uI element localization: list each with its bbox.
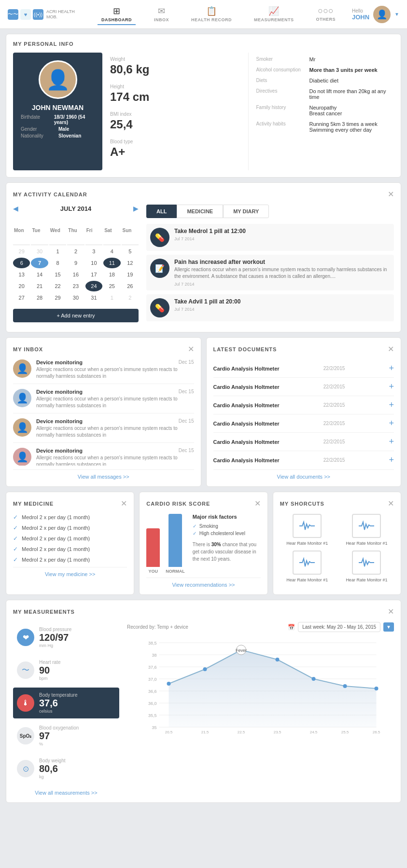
bar-normal-fill bbox=[168, 514, 182, 567]
nav-inbox[interactable]: ✉ INBOX bbox=[150, 4, 173, 25]
personal-info-header: MY PERSONAL INFO bbox=[13, 41, 394, 47]
cal-day[interactable]: 13 bbox=[13, 269, 30, 280]
cal-day[interactable]: 1 bbox=[103, 292, 120, 303]
svg-point-21 bbox=[276, 658, 280, 661]
cal-day[interactable]: 6 bbox=[13, 258, 30, 268]
shortcut-3[interactable]: Hear Rate Monitor #1 bbox=[280, 551, 335, 582]
cal-day[interactable]: 12 bbox=[122, 258, 139, 268]
cal-day[interactable]: 4 bbox=[103, 246, 120, 257]
activity-calendar-close[interactable]: ✕ bbox=[388, 190, 394, 199]
inbox-item-3[interactable]: 👤 Device monitoring Dec 15 Allergic reac… bbox=[13, 418, 194, 443]
cardio-risk-title: CARDIO RISK SCORE bbox=[146, 501, 210, 507]
view-messages-link[interactable]: View all messages >> bbox=[13, 469, 194, 480]
doc-add-3[interactable]: + bbox=[389, 400, 394, 410]
bp-info: Blood pressure 120/97 mm Hg bbox=[39, 627, 115, 648]
calendar-week-5: 27 28 29 30 31 1 2 bbox=[13, 292, 139, 303]
measurements-close[interactable]: ✕ bbox=[388, 607, 394, 616]
calendar-week-2: 6 7 8 9 10 11 12 bbox=[13, 258, 139, 268]
measurement-blood-oxygen[interactable]: SpO₂ Blood oxygenation 97 % bbox=[13, 720, 119, 751]
avatar[interactable]: 👤 bbox=[373, 6, 391, 23]
doc-add-6[interactable]: + bbox=[389, 455, 394, 465]
measurement-blood-pressure[interactable]: ❤ Blood pressure 120/97 mm Hg bbox=[13, 622, 119, 653]
cal-day[interactable]: 5 bbox=[122, 246, 139, 257]
cal-day[interactable]: 11 bbox=[103, 258, 120, 268]
cal-day[interactable]: 29 bbox=[13, 246, 30, 257]
entry-date-3: Jul 7 2014 bbox=[174, 307, 390, 312]
cal-day[interactable]: 23 bbox=[67, 281, 84, 291]
inbox-sender-3: Device monitoring bbox=[36, 418, 83, 424]
family-history-label: Family history bbox=[256, 105, 309, 116]
cal-day[interactable]: 22 bbox=[49, 281, 66, 291]
inbox-close[interactable]: ✕ bbox=[188, 344, 194, 354]
cal-day[interactable]: 24 bbox=[85, 281, 102, 291]
cal-day[interactable]: 27 bbox=[13, 292, 30, 303]
inbox-title: MY INBOX bbox=[13, 346, 43, 352]
cal-day[interactable]: 29 bbox=[49, 292, 66, 303]
cal-day[interactable]: 30 bbox=[67, 292, 84, 303]
measurement-body-temp[interactable]: 🌡 Body temperature 37,6 celsius bbox=[13, 688, 119, 718]
shortcuts-close[interactable]: ✕ bbox=[388, 499, 394, 508]
calendar-next[interactable]: ▶ bbox=[133, 205, 139, 212]
inbox-item-4[interactable]: 👤 Device monitoring Dec 15 Allergic reac… bbox=[13, 448, 194, 466]
chart-dropdown[interactable]: ▼ bbox=[383, 622, 394, 632]
doc-add-5[interactable]: + bbox=[389, 437, 394, 447]
inbox-item-2[interactable]: 👤 Device monitoring Dec 15 Allergic reac… bbox=[13, 389, 194, 413]
tab-all[interactable]: ALL bbox=[146, 205, 177, 218]
calendar-prev[interactable]: ◀ bbox=[13, 205, 18, 212]
cal-day[interactable]: 21 bbox=[31, 281, 48, 291]
nav-measurements[interactable]: 📈 MEASUREMENTS bbox=[250, 4, 298, 25]
cal-day[interactable]: 2 bbox=[122, 292, 139, 303]
inbox-sender-1: Device monitoring bbox=[36, 359, 83, 365]
bar-normal: NORMAL bbox=[166, 514, 185, 574]
tab-medicine[interactable]: MEDICINE bbox=[177, 205, 223, 218]
family-history-value1: Neuropathy bbox=[309, 105, 342, 110]
bp-unit: mm Hg bbox=[39, 643, 115, 648]
chevron-down-icon[interactable]: ▼ bbox=[394, 12, 399, 17]
medicine-close[interactable]: ✕ bbox=[121, 499, 127, 508]
activity-habits-value2: Swimming every other day bbox=[309, 127, 378, 133]
cal-day[interactable]: 18 bbox=[103, 269, 120, 280]
cal-day[interactable]: 1 bbox=[49, 246, 66, 257]
cal-day[interactable]: 15 bbox=[49, 269, 66, 280]
cal-day[interactable]: 25 bbox=[103, 281, 120, 291]
cal-day[interactable]: 8 bbox=[49, 258, 66, 268]
cal-day-today[interactable]: 7 bbox=[31, 258, 48, 268]
cal-day[interactable]: 31 bbox=[85, 292, 102, 303]
doc-add-4[interactable]: + bbox=[389, 418, 394, 428]
view-measurements-link[interactable]: View all measurements >> bbox=[13, 790, 119, 796]
shortcut-2[interactable]: Hear Rate Monitor #1 bbox=[339, 514, 394, 546]
inbox-date-4: Dec 15 bbox=[179, 448, 194, 454]
doc-add-2[interactable]: + bbox=[389, 382, 394, 392]
shortcut-4[interactable]: Hear Rate Monitor #1 bbox=[339, 551, 394, 582]
inbox-item-1[interactable]: 👤 Device monitoring Dec 15 Allergic reac… bbox=[13, 359, 194, 384]
cal-day[interactable]: 9 bbox=[67, 258, 84, 268]
nav-others[interactable]: ○○○ OTHERS bbox=[312, 4, 339, 25]
cal-day[interactable]: 16 bbox=[67, 269, 84, 280]
calendar-week-1: 29 30 1 2 3 4 5 bbox=[13, 246, 139, 257]
cardio-risk-close[interactable]: ✕ bbox=[254, 499, 261, 508]
cal-day[interactable]: 30 bbox=[31, 246, 48, 257]
view-documents-link[interactable]: View all documents >> bbox=[213, 469, 394, 480]
cal-day[interactable]: 20 bbox=[13, 281, 30, 291]
cal-day[interactable]: 17 bbox=[85, 269, 102, 280]
nav-health-record[interactable]: 📋 HEALTH RECORD bbox=[187, 4, 236, 25]
documents-close[interactable]: ✕ bbox=[388, 344, 394, 354]
measurement-body-weight[interactable]: ⊙ Body weight 80,6 kg bbox=[13, 753, 119, 784]
measurement-heart-rate[interactable]: 〜 Heart rate 90 bpm bbox=[13, 655, 119, 686]
cal-day[interactable]: 19 bbox=[122, 269, 139, 280]
cal-day[interactable]: 26 bbox=[122, 281, 139, 291]
add-entry-button[interactable]: + Add new entry bbox=[13, 309, 139, 322]
nav-dashboard[interactable]: ⊞ DASHBOARD bbox=[98, 4, 136, 25]
cal-day[interactable]: 10 bbox=[85, 258, 102, 268]
view-recommendations-link[interactable]: View recommendations >> bbox=[146, 578, 260, 588]
cal-day[interactable]: 28 bbox=[31, 292, 48, 303]
shortcut-1[interactable]: Hear Rate Monitor #1 bbox=[280, 514, 335, 546]
cal-day[interactable]: 3 bbox=[85, 246, 102, 257]
chart-period: Last week: May 20 - May 16, 2015 bbox=[298, 622, 380, 632]
cal-day[interactable]: 14 bbox=[31, 269, 48, 280]
view-medicine-link[interactable]: View my medicine >> bbox=[13, 567, 127, 577]
tab-diary[interactable]: MY DIARY bbox=[223, 205, 269, 218]
measurements-header: MY MEASUREMENTS ✕ bbox=[13, 607, 394, 616]
cal-day[interactable]: 2 bbox=[67, 246, 84, 257]
doc-add-1[interactable]: + bbox=[389, 363, 394, 373]
